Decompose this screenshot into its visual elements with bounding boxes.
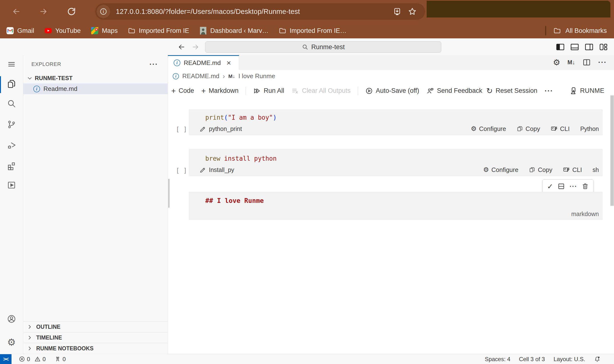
breadcrumb-separator-icon: › — [223, 72, 225, 80]
sidebar-item-source-control[interactable] — [0, 119, 23, 130]
cell-name[interactable]: python_print — [209, 125, 242, 132]
browser-back-button[interactable] — [10, 5, 23, 18]
bookmark-imported-from-ie-2[interactable]: Imported From IE… — [279, 27, 347, 35]
copy-button[interactable]: Copy — [529, 166, 552, 174]
cell-language-label[interactable]: Python — [580, 125, 599, 132]
run-all-button[interactable]: Run All — [253, 87, 284, 95]
code-token: brew — [205, 155, 221, 162]
edit-cell-name-icon[interactable] — [199, 167, 206, 173]
sidebar-item-run-debug[interactable] — [0, 140, 23, 151]
cell-position-indicator[interactable]: Cell 3 of 3 — [519, 356, 545, 363]
notebook-cells-area: [ ] print("I am a boy") python_print ⚙ C… — [168, 99, 614, 354]
copy-button[interactable]: Copy — [517, 125, 540, 133]
cell-name[interactable]: Install_py — [209, 166, 234, 173]
settings-button[interactable]: ⚙ — [0, 337, 23, 348]
problems-button[interactable]: 0 — [19, 356, 30, 363]
sidebar-item-search[interactable] — [0, 98, 23, 109]
split-editor-button[interactable] — [582, 58, 591, 67]
tab-close-button[interactable]: × — [227, 59, 231, 67]
editor-scrollbar[interactable] — [610, 95, 614, 206]
ports-button[interactable]: 0 — [54, 356, 66, 363]
cell-more-actions-button[interactable]: ··· — [570, 183, 577, 190]
bookmark-gmail[interactable]: Gmail — [6, 27, 34, 35]
add-code-cell-button[interactable]: + Code — [171, 87, 194, 95]
browser-reload-button[interactable] — [65, 5, 78, 18]
editor-more-actions-button[interactable]: ··· — [598, 58, 607, 66]
code-editor[interactable]: print("I am a boy") — [189, 110, 602, 121]
command-center-search[interactable]: Runme-test — [205, 41, 441, 53]
all-bookmarks-button[interactable]: All Bookmarks — [545, 26, 607, 36]
sidebar-item-explorer[interactable] — [0, 79, 23, 89]
copy-label: Copy — [538, 166, 552, 174]
url-bar[interactable]: 127.0.0.1:8080/?folder=/Users/macos/Desk… — [95, 3, 425, 20]
sidebar-item-extensions[interactable] — [0, 160, 23, 171]
configure-label: Configure — [491, 166, 519, 174]
customize-layout-icon — [599, 42, 608, 52]
reset-session-button[interactable]: ↻ Reset Session — [486, 87, 537, 95]
breadcrumb-heading[interactable]: I love Runme — [238, 72, 275, 80]
history-forward-button[interactable] — [190, 42, 200, 52]
send-feedback-button[interactable]: Send Feedback — [426, 87, 482, 95]
tree-item-readme[interactable]: i Readme.md — [23, 83, 168, 94]
sidebar-section-runme-notebooks[interactable]: RUNME NOTEBOOKS — [23, 343, 168, 354]
sidebar-section-outline[interactable]: OUTLINE — [23, 321, 168, 332]
bookmark-dashboard[interactable]: Dashboard ‹ Marv… — [199, 27, 269, 35]
notifications-button[interactable] — [594, 356, 601, 363]
site-info-chip[interactable] — [97, 5, 110, 18]
bookmark-youtube[interactable]: YouTube — [44, 27, 81, 35]
sidebar-item-runme-notebooks[interactable] — [0, 180, 23, 190]
open-markdown-preview-button[interactable]: M↓ — [567, 59, 575, 66]
tab-readme[interactable]: i README.md × — [168, 55, 239, 70]
notebook-more-actions-button[interactable]: ··· — [545, 87, 553, 95]
confirm-check-button[interactable]: ✓ — [547, 182, 553, 191]
keyboard-layout-indicator[interactable]: Layout: U.S. — [554, 356, 585, 363]
breadcrumbs[interactable]: i README.md › M↓ I love Runme — [168, 70, 614, 83]
indent-indicator[interactable]: Spaces: 4 — [485, 356, 510, 363]
history-back-button[interactable] — [177, 42, 187, 52]
cli-button[interactable]: CLI — [563, 166, 582, 174]
code-cell-python-print[interactable]: print("I am a boy") python_print ⚙ Confi… — [189, 110, 602, 135]
bookmarks-separator — [545, 26, 546, 36]
delete-cell-trash-button[interactable] — [582, 183, 589, 190]
command-center-text: Runme-test — [311, 43, 345, 51]
cell-language-label[interactable]: markdown — [571, 210, 599, 218]
url-text[interactable]: 127.0.0.1:8080/?folder=/Users/macos/Desk… — [116, 8, 393, 16]
markdown-cell[interactable]: ## I love Runme markdown — [189, 192, 602, 220]
install-app-icon[interactable] — [393, 7, 402, 16]
account-button[interactable] — [0, 314, 23, 324]
bookmark-imported-from-ie[interactable]: Imported From IE — [128, 27, 189, 35]
section-label: TIMELINE — [36, 335, 62, 341]
remote-indicator[interactable]: >< — [0, 354, 12, 364]
toggle-primary-sidebar-button[interactable] — [555, 42, 565, 52]
toggle-panel-button[interactable] — [569, 42, 580, 52]
clear-all-outputs-label: Clear All Outputs — [302, 87, 351, 94]
code-cell-install-py[interactable]: brew install python Install_py ⚙ Configu… — [189, 149, 602, 176]
copy-icon — [529, 167, 535, 173]
edit-cell-name-icon[interactable] — [199, 126, 206, 132]
bookmark-maps[interactable]: Maps — [91, 27, 118, 35]
customize-layout-button[interactable] — [598, 42, 609, 52]
toggle-secondary-sidebar-button[interactable] — [584, 42, 594, 52]
bookmark-star-icon[interactable] — [408, 7, 417, 16]
application-menu-button[interactable] — [0, 59, 23, 70]
configure-button[interactable]: ⚙ Configure — [471, 125, 506, 133]
site-info-icon — [100, 8, 107, 15]
markdown-source[interactable]: ## I love Runme — [189, 192, 602, 204]
cell-language-label[interactable]: sh — [593, 166, 599, 173]
split-cell-button[interactable] — [557, 182, 565, 190]
warnings-button[interactable]: 0 — [34, 356, 46, 363]
cli-button[interactable]: CLI — [551, 125, 570, 133]
tree-root-runme-test[interactable]: RUNME-TEST — [23, 73, 168, 83]
code-editor[interactable]: brew install python — [189, 149, 602, 162]
add-markdown-cell-button[interactable]: + Markdown — [201, 87, 238, 95]
configure-button[interactable]: ⚙ Configure — [483, 166, 518, 174]
breadcrumb-file[interactable]: README.md — [182, 72, 220, 80]
browser-forward-button[interactable] — [37, 5, 50, 18]
browser-profile-redacted-area — [427, 1, 610, 17]
sidebar-section-timeline[interactable]: TIMELINE — [23, 332, 168, 343]
auto-save-button[interactable]: Auto-Save (off) — [365, 87, 419, 95]
notebook-settings-button[interactable]: ⚙ — [553, 58, 560, 67]
bookmark-label: Dashboard ‹ Marv… — [210, 27, 269, 35]
clear-all-outputs-button[interactable]: Clear All Outputs — [291, 87, 351, 95]
sidebar-more-actions-button[interactable]: ··· — [149, 60, 158, 68]
